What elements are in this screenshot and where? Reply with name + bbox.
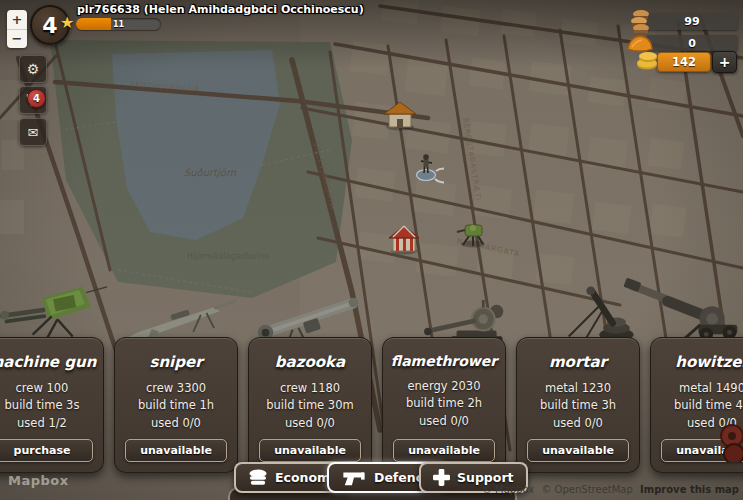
gold-resource: 142 bbox=[657, 52, 711, 72]
zoom-in-button[interactable]: + bbox=[7, 10, 27, 30]
gear-icon: ⚙ bbox=[27, 61, 40, 77]
park-label: Hljómskálagarðurinn bbox=[187, 251, 270, 261]
unavailable-button[interactable]: unavailable bbox=[259, 439, 361, 462]
unit-card-sniper[interactable]: sniper crew 3300build time 1hused 0/0 un… bbox=[114, 337, 238, 473]
unit-stats: crew 3300build time 1hused 0/0 bbox=[115, 380, 237, 432]
defence-pistol-icon bbox=[341, 469, 367, 486]
messages-button[interactable]: ✉ bbox=[19, 118, 47, 146]
purchase-button[interactable]: purchase bbox=[0, 439, 93, 462]
unit-stats: energy 2030build time 2hused 0/0 bbox=[383, 378, 505, 430]
notification-badge: 4 bbox=[27, 89, 46, 108]
game-screen: Suðurtjörn Hljómskálagarðurinn SÓLEYJARG… bbox=[0, 0, 743, 500]
unit-name: machine gun bbox=[0, 353, 103, 371]
unit-card-mortar[interactable]: mortar metal 1230build time 3hused 0/0 u… bbox=[516, 337, 640, 473]
gold-coins-icon bbox=[635, 49, 661, 75]
settings-button[interactable]: ⚙ bbox=[19, 55, 47, 83]
hq-building-marker[interactable] bbox=[381, 101, 419, 135]
unit-name: mortar bbox=[517, 353, 639, 371]
zoom-out-button[interactable]: − bbox=[7, 30, 27, 49]
mapbox-attribution-link[interactable]: © Mapbox bbox=[482, 484, 534, 495]
unit-card-bazooka[interactable]: bazooka crew 1180build time 30mused 0/0 … bbox=[248, 337, 372, 473]
selection-ring bbox=[417, 170, 436, 181]
food-value: 99 bbox=[684, 15, 699, 28]
food-resource: 99 bbox=[646, 13, 738, 30]
unit-stats: crew 100build time 3sused 1/2 bbox=[0, 380, 103, 432]
supplies-value: 0 bbox=[688, 37, 696, 50]
improve-map-link[interactable]: Improve this map bbox=[640, 484, 739, 495]
map-attribution: © Mapbox © OpenStreetMap Improve this ma… bbox=[478, 484, 739, 495]
economy-burger-icon bbox=[248, 469, 268, 486]
player-name: plr766638 (Helen Amihdadgbdci Occhinoesc… bbox=[77, 3, 364, 16]
xp-progress-bar: 11 bbox=[76, 18, 161, 30]
unit-stats: crew 1180build time 30mused 0/0 bbox=[249, 380, 371, 432]
osm-attribution-link[interactable]: © OpenStreetMap bbox=[541, 484, 632, 495]
mail-icon: ✉ bbox=[28, 125, 39, 140]
lake-label: Suðurtjörn bbox=[184, 167, 237, 179]
support-plus-icon bbox=[433, 469, 450, 486]
unavailable-button[interactable]: unavailable bbox=[125, 439, 227, 462]
unit-name: flamethrower bbox=[383, 353, 505, 369]
star-icon: ★ bbox=[60, 13, 74, 32]
map-zoom-control: + − bbox=[7, 10, 27, 48]
unit-stats: metal 1230build time 3hused 0/0 bbox=[517, 380, 639, 432]
soldier-unit-marker[interactable] bbox=[408, 148, 444, 188]
xp-value: 11 bbox=[76, 18, 161, 30]
add-gold-button[interactable]: + bbox=[712, 51, 737, 73]
tab-label: Support bbox=[457, 470, 514, 485]
deployed-machine-gun-marker[interactable] bbox=[456, 218, 490, 252]
unit-name: howitzer bbox=[651, 353, 743, 371]
howitzer-wheel-decoration bbox=[716, 424, 743, 466]
unit-card-flamethrower[interactable]: flamethrower energy 2030build time 2huse… bbox=[382, 337, 506, 473]
unavailable-button[interactable]: unavailable bbox=[527, 439, 629, 462]
unit-name: bazooka bbox=[249, 353, 371, 371]
unit-card-machine-gun[interactable]: machine gun crew 100build time 3sused 1/… bbox=[0, 337, 104, 473]
mapbox-logo[interactable]: Mapbox bbox=[8, 473, 69, 488]
unavailable-button[interactable]: unavailable bbox=[393, 439, 495, 462]
supply-building-marker[interactable] bbox=[386, 223, 422, 259]
unit-name: sniper bbox=[115, 353, 237, 371]
gold-value: 142 bbox=[672, 55, 696, 69]
